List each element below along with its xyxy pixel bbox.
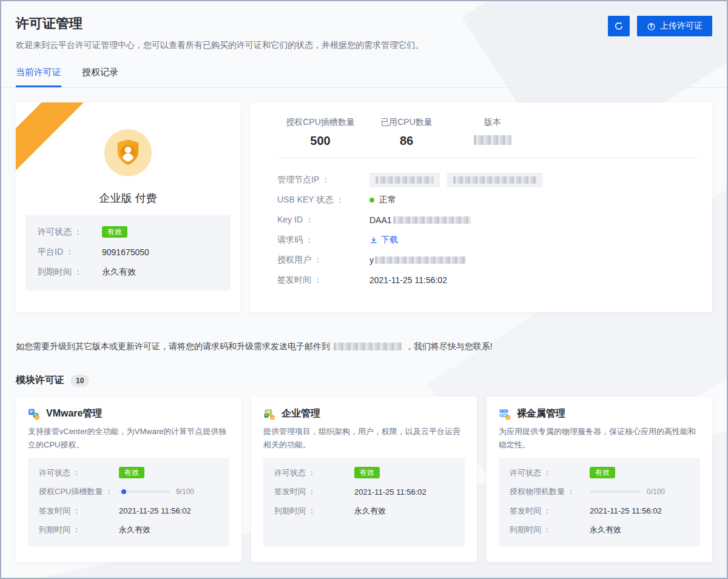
platform-id-row: 平台ID ： 9091675050: [38, 246, 218, 258]
module-card-baremetal: 裸金属管理 为应用提供专属的物理服务器，保证核心应用的高性能和稳定性。 许可状态…: [487, 397, 712, 562]
issue-time-row: 签发时间 ： 2021-11-25 11:56:02: [277, 273, 698, 287]
download-icon: [369, 236, 378, 244]
expire-time-row: 到期时间 ： 永久有效: [39, 524, 218, 537]
module-description: 支持接管vCenter的全功能，为VMware的计算节点提供独立的CPU授权。: [28, 425, 229, 452]
upgrade-note-text: 如您需要升级到其它版本或更新许可证，请将您的请求码和升级需求发送电子邮件到: [16, 341, 330, 351]
edition-title: 企业版 付费: [16, 191, 240, 206]
issue-time-row: 签发时间 ： 2021-11-25 11:56:02: [39, 504, 218, 517]
expire-time-row: 到期时间 ： 永久有效: [274, 504, 454, 517]
upgrade-note-text: ，我们将尽快与您联系!: [405, 341, 493, 351]
license-overview: 企业版 付费 许可状态 ： 有效 平台ID ： 9091675050 到期时间 …: [16, 102, 712, 312]
stat-label: 版本: [450, 117, 536, 128]
progress-track: [119, 490, 170, 493]
stat-label: 已用CPU数量: [363, 117, 450, 128]
expire-time-row: 到期时间 ： 永久有效: [38, 266, 218, 278]
field-label: 管理节点IP ：: [277, 175, 369, 186]
status-badge: 有效: [354, 467, 380, 478]
masked-email: [334, 343, 402, 350]
shield-user-icon: [114, 138, 142, 167]
page-header: 许可证管理 欢迎来到云平台许可证管理中心，您可以查看所有已购买的许可证和它们的状…: [1, 1, 727, 51]
module-description: 提供管理项目，组织架构，用户，权限，以及云平台运营相关的功能。: [263, 425, 465, 452]
expire-time-row: 到期时间 ： 永久有效: [510, 524, 689, 537]
license-status-row: 许可状态 ： 有效: [39, 466, 218, 479]
issue-time-row: 签发时间 ： 2021-11-25 11:56:02: [274, 486, 454, 498]
expire-time-value: 永久有效: [590, 524, 621, 535]
quota-row: 授权CPU插槽数量 ： 9/100: [39, 486, 218, 498]
module-status-panel: 许可状态 ： 有效 授权物理机数量 ： 0/100 签发时间 ： 2021-11…: [499, 458, 700, 547]
module-description: 为应用提供专属的物理服务器，保证核心应用的高性能和稳定性。: [499, 425, 700, 452]
module-licenses-section-header: 模块许可证 10: [16, 374, 712, 387]
stat-value: 500: [277, 134, 363, 148]
module-card-enterprise: 企业管理 提供管理项目，组织架构，用户，权限，以及云平台运营相关的功能。 许可状…: [251, 397, 477, 562]
stat-cpu-slots: 授权CPU插槽数量 500: [277, 117, 363, 148]
field-label: 到期时间 ：: [39, 524, 119, 535]
progress-track: [590, 490, 641, 493]
module-count-badge: 10: [70, 375, 89, 387]
field-label: 许可状态 ：: [38, 227, 102, 238]
masked-value: [375, 256, 466, 264]
vmware-module-icon: [28, 408, 40, 420]
upload-license-button[interactable]: 上传许可证: [637, 16, 712, 36]
download-request-code-link[interactable]: 下载: [369, 235, 398, 246]
refresh-icon: [614, 21, 624, 31]
field-label: 签发时间 ：: [510, 506, 590, 517]
field-label: 请求码 ：: [277, 235, 369, 246]
expire-time-value: 永久有效: [102, 267, 136, 278]
tab-bar: 当前许可证 授权记录: [1, 67, 727, 88]
expire-time-value: 永久有效: [119, 524, 150, 535]
stat-value: 86: [363, 134, 450, 148]
quota-progress: 9/100: [119, 487, 194, 496]
license-edition-card: 企业版 付费 许可状态 ： 有效 平台ID ： 9091675050 到期时间 …: [16, 102, 240, 312]
download-link-label: 下载: [381, 235, 398, 246]
module-name: 裸金属管理: [517, 407, 565, 420]
issue-time-value: 2021-11-25 11:56:02: [369, 275, 447, 285]
field-label: 到期时间 ：: [274, 506, 354, 517]
toolbar: 上传许可证: [608, 16, 712, 36]
enterprise-module-icon: [263, 408, 275, 420]
tab-authorization-records[interactable]: 授权记录: [82, 67, 118, 87]
license-detail-card: 授权CPU插槽数量 500 已用CPU数量 86 版本 管理节点IP ：: [250, 102, 712, 312]
license-badge: [104, 129, 152, 176]
status-badge: 有效: [590, 467, 615, 478]
authorized-user-row: 授权用户 ： y: [277, 253, 698, 267]
expire-time-value: 永久有效: [354, 506, 386, 517]
module-card-vmware: VMware管理 支持接管vCenter的全功能，为VMware的计算节点提供独…: [16, 397, 241, 562]
node-ip-chip: [447, 173, 543, 187]
field-label: 许可状态 ：: [39, 467, 119, 478]
corner-ribbon: [16, 102, 84, 170]
key-id-prefix: DAA1: [369, 215, 392, 225]
quota-text: 0/100: [647, 487, 665, 496]
status-badge: 有效: [102, 226, 127, 238]
field-label: 许可状态 ：: [274, 467, 354, 478]
field-label: 到期时间 ：: [510, 524, 590, 535]
refresh-button[interactable]: [608, 16, 630, 36]
module-status-panel: 许可状态 ： 有效 签发时间 ： 2021-11-25 11:56:02 到期时…: [263, 458, 465, 547]
platform-id-value: 9091675050: [102, 247, 149, 257]
field-label: 授权CPU插槽数量 ：: [39, 486, 119, 497]
progress-dot: [121, 489, 126, 494]
field-label: 许可状态 ：: [510, 467, 590, 478]
field-label: 授权物理机数量 ：: [510, 486, 590, 497]
stats-row: 授权CPU插槽数量 500 已用CPU数量 86 版本: [277, 117, 698, 148]
module-status-panel: 许可状态 ： 有效 授权CPU插槽数量 ： 9/100 签发时间 ： 2021-…: [28, 458, 229, 547]
tab-current-license[interactable]: 当前许可证: [16, 67, 61, 87]
issue-time-value: 2021-11-25 11:56:02: [119, 506, 191, 515]
license-status-row: 许可状态 ： 有效: [510, 466, 689, 479]
module-cards: VMware管理 支持接管vCenter的全功能，为VMware的计算节点提供独…: [16, 397, 712, 562]
page-title: 许可证管理: [16, 15, 423, 33]
status-badge: 有效: [119, 467, 144, 478]
quota-text: 9/100: [176, 487, 194, 496]
license-management-page: 许可证管理 欢迎来到云平台许可证管理中心，您可以查看所有已购买的许可证和它们的状…: [0, 0, 728, 579]
divider: [277, 158, 698, 158]
field-label: 签发时间 ：: [277, 275, 369, 286]
module-name: VMware管理: [46, 407, 102, 420]
field-label: 签发时间 ：: [274, 486, 354, 497]
field-label: 授权用户 ：: [277, 255, 369, 266]
page-subtitle: 欢迎来到云平台许可证管理中心，您可以查看所有已购买的许可证和它们的状态，并根据您…: [16, 40, 423, 51]
license-status-panel: 许可状态 ： 有效 平台ID ： 9091675050 到期时间 ： 永久有效: [25, 215, 231, 290]
field-label: 平台ID ：: [38, 247, 102, 258]
stat-value-masked: [450, 134, 536, 148]
masked-value: [393, 216, 471, 224]
issue-time-value: 2021-11-25 11:56:02: [590, 506, 662, 515]
upload-icon: [647, 22, 656, 31]
